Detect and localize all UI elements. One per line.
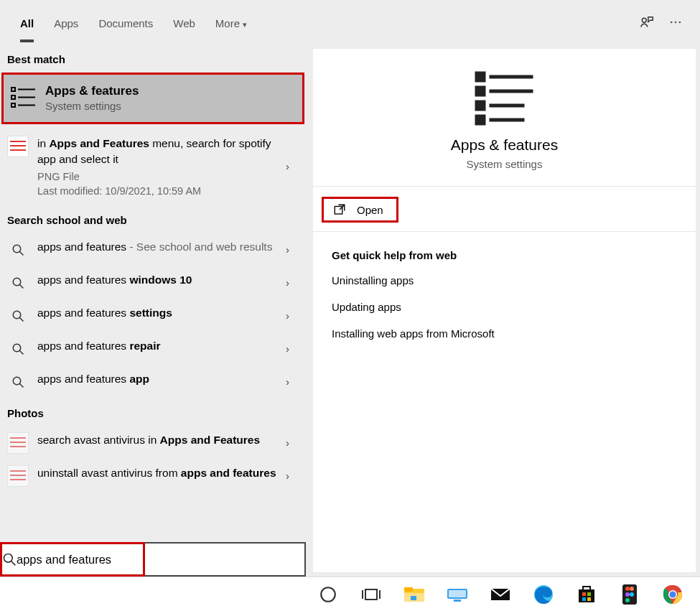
svg-rect-38: [411, 596, 416, 600]
tab-all[interactable]: All: [10, 3, 44, 42]
chevron-right-icon[interactable]: ›: [286, 376, 300, 388]
svg-line-13: [19, 284, 23, 288]
svg-point-59: [670, 591, 676, 597]
tab-apps[interactable]: Apps: [44, 3, 88, 42]
svg-point-2: [675, 22, 677, 24]
results-pane: Best match Apps & features System settin…: [0, 45, 306, 577]
photo-result[interactable]: uninstall avast antivirus from apps and …: [0, 460, 306, 493]
chevron-right-icon[interactable]: ›: [286, 470, 300, 482]
svg-line-15: [19, 317, 23, 321]
web-result[interactable]: apps and features repair ›: [0, 332, 306, 365]
more-options-icon[interactable]: [661, 8, 690, 37]
svg-point-53: [630, 587, 634, 591]
web-result[interactable]: apps and features - See school and web r…: [0, 233, 306, 266]
svg-line-17: [19, 350, 23, 354]
svg-rect-36: [404, 587, 413, 592]
svg-point-20: [4, 554, 13, 563]
task-view-icon[interactable]: [356, 579, 386, 610]
file-result[interactable]: in Apps and Features menu, search for sp…: [0, 126, 306, 205]
web-result-text: apps and features app: [37, 371, 277, 387]
svg-line-19: [19, 383, 23, 387]
preview-title: Apps & features: [451, 136, 558, 154]
search-icon: [7, 338, 29, 360]
svg-point-16: [13, 344, 21, 352]
svg-rect-48: [587, 592, 591, 596]
svg-rect-41: [454, 600, 461, 602]
chevron-right-icon[interactable]: ›: [286, 437, 300, 449]
svg-rect-26: [477, 102, 484, 109]
svg-point-10: [13, 245, 21, 253]
web-result-text: apps and features settings: [37, 305, 277, 321]
svg-rect-24: [477, 88, 484, 95]
section-search-web: Search school and web: [0, 205, 306, 233]
highlight-search-box: [0, 542, 145, 577]
file-explorer-icon[interactable]: [399, 579, 429, 610]
web-result-text: apps and features windows 10: [37, 272, 277, 288]
chevron-right-icon[interactable]: ›: [286, 309, 300, 322]
search-icon: [7, 305, 29, 327]
tab-more[interactable]: More▾: [205, 3, 257, 42]
svg-point-14: [13, 311, 21, 319]
svg-point-0: [642, 18, 646, 22]
photo-result-text: search avast antivirus in Apps and Featu…: [37, 432, 277, 448]
chrome-browser-icon[interactable]: [658, 579, 688, 610]
photo-result-text: uninstall avast antivirus from apps and …: [37, 465, 277, 481]
svg-point-1: [671, 22, 673, 24]
web-result[interactable]: apps and features windows 10 ›: [0, 266, 306, 299]
web-result[interactable]: apps and features app ›: [0, 365, 306, 398]
web-result[interactable]: apps and features settings ›: [0, 299, 306, 332]
mail-icon[interactable]: [485, 579, 515, 610]
svg-rect-40: [449, 590, 466, 597]
apps-features-list-icon: [9, 83, 38, 112]
figma-icon[interactable]: [615, 579, 645, 610]
edge-browser-icon[interactable]: [528, 579, 559, 610]
quick-help-link[interactable]: Installing web apps from Microsoft: [332, 327, 677, 340]
svg-point-31: [321, 587, 335, 602]
quick-help-link[interactable]: Updating apps: [332, 301, 677, 313]
svg-rect-50: [587, 597, 591, 601]
photo-result[interactable]: search avast antivirus in Apps and Featu…: [0, 426, 306, 460]
tab-documents[interactable]: Documents: [88, 3, 163, 42]
chevron-right-icon[interactable]: ›: [286, 276, 300, 289]
svg-rect-47: [582, 592, 586, 596]
apps-features-list-icon: [472, 69, 537, 126]
svg-point-54: [625, 592, 630, 597]
preview-pane: Apps & features System settings Open Get…: [313, 49, 696, 572]
svg-rect-4: [11, 88, 15, 91]
file-modified-label: Last modified: 10/9/2021, 10:59 AM: [37, 185, 277, 197]
section-photos: Photos: [0, 398, 306, 426]
search-icon: [7, 272, 29, 294]
svg-rect-32: [365, 589, 377, 600]
tab-web[interactable]: Web: [163, 3, 205, 42]
chevron-right-icon[interactable]: ›: [286, 160, 300, 172]
search-bar: [0, 542, 306, 577]
svg-point-18: [13, 377, 21, 385]
open-button[interactable]: Open: [322, 197, 398, 223]
svg-rect-46: [583, 587, 590, 590]
best-match-title: Apps & features: [45, 84, 139, 98]
search-icon: [2, 552, 17, 566]
svg-line-21: [11, 561, 16, 566]
web-result-text: apps and features - See school and web r…: [37, 239, 277, 255]
preview-subtitle: System settings: [467, 158, 543, 170]
photo-thumbnail-icon: [7, 432, 29, 454]
chevron-right-icon[interactable]: ›: [286, 342, 300, 355]
quick-help-header: Get quick help from web: [332, 249, 677, 261]
file-result-title: in Apps and Features menu, search for sp…: [37, 136, 277, 168]
cortana-icon[interactable]: [313, 579, 343, 610]
feedback-icon[interactable]: [633, 8, 661, 37]
open-external-icon: [332, 203, 347, 216]
chevron-right-icon[interactable]: ›: [286, 243, 300, 256]
file-thumbnail-icon: [7, 136, 29, 157]
svg-rect-45: [579, 589, 594, 602]
search-icon: [7, 239, 29, 261]
svg-point-12: [13, 278, 21, 286]
best-match-subtitle: System settings: [45, 100, 139, 112]
microsoft-store-icon[interactable]: [571, 579, 602, 610]
best-match-result[interactable]: Apps & features System settings: [4, 75, 302, 122]
on-screen-keyboard-icon[interactable]: [442, 579, 472, 610]
svg-point-3: [679, 22, 681, 24]
file-type-label: PNG File: [37, 171, 277, 182]
quick-help-link[interactable]: Uninstalling apps: [332, 274, 677, 286]
svg-rect-28: [477, 116, 484, 123]
